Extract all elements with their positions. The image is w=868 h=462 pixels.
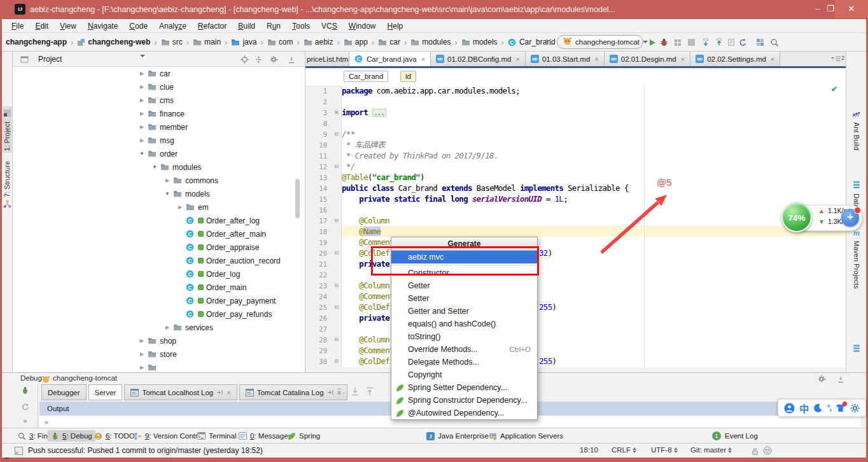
tree-item-services[interactable]: ▶services — [13, 321, 305, 334]
gear-icon[interactable] — [270, 55, 279, 66]
console-settings-icon[interactable] — [336, 387, 345, 398]
code-line-29[interactable]: 29 @Comment( — [305, 345, 846, 356]
tree-item-em[interactable]: ▶em — [13, 200, 305, 214]
debug-tab-Debugger[interactable]: Debugger — [41, 384, 87, 400]
menu-navigate[interactable]: Navigate — [82, 20, 123, 32]
breadcrumb-item-src[interactable]: src — [161, 38, 183, 46]
tree-item-Order_pay_refunds[interactable]: COrder_pay_refunds — [13, 307, 305, 321]
code-line-8[interactable]: 8 — [305, 118, 846, 129]
code-line-15[interactable]: 15 private static final long serialVersi… — [305, 193, 846, 204]
search-everywhere-icon[interactable] — [768, 36, 780, 48]
breadcrumb-item-app[interactable]: app — [344, 38, 368, 46]
net-speed-widget[interactable]: ▲ 1.1K/s ▼ 1.3K/s + 74% — [781, 200, 868, 234]
project-panel-title[interactable]: Project — [38, 55, 62, 64]
breadcrumb-item-com[interactable]: com — [267, 38, 293, 46]
ime-account-icon[interactable] — [784, 403, 795, 414]
tab-close-icon[interactable]: × — [227, 389, 230, 396]
tree-item-Order_main[interactable]: COrder_main — [13, 281, 305, 294]
scroll-down-icon[interactable] — [351, 387, 360, 398]
code-line-9[interactable]: 9⊟/** — [305, 129, 846, 139]
pin-icon[interactable] — [216, 389, 223, 395]
layers-icon[interactable] — [846, 344, 866, 353]
tree-item-partial[interactable]: ▶ — [13, 361, 305, 372]
vcs-update-button[interactable]: VCS — [699, 36, 711, 48]
breadcrumb-item-aebiz[interactable]: aebiz — [304, 38, 333, 46]
menu-analyze[interactable]: Analyze — [153, 20, 192, 32]
code-line-24[interactable]: 24 @Comment( — [305, 291, 846, 302]
coverage-button[interactable] — [671, 36, 683, 48]
collapsed-arrow-icon[interactable]: ▶ — [137, 71, 146, 76]
debug-tab-Server[interactable]: Server — [88, 384, 123, 400]
ime-punctuation-toggle[interactable]: °, — [827, 403, 831, 412]
tree-item-Order_log[interactable]: COrder_log — [13, 267, 305, 281]
tab-close-icon[interactable]: × — [515, 55, 519, 63]
menu-code[interactable]: Code — [123, 20, 153, 32]
status-UTF-8[interactable]: UTF-8 — [651, 446, 678, 454]
scroll-up-icon[interactable] — [365, 387, 374, 398]
grid-icon[interactable] — [754, 36, 766, 48]
code-line-12[interactable]: 12⊟ */ — [305, 161, 846, 172]
fold-marker-icon[interactable]: ⊟ — [331, 131, 342, 137]
stripe-button-Maven Projects[interactable]: mMaven Projects — [846, 227, 866, 289]
hide-panel-icon[interactable] — [837, 374, 844, 386]
menu-help[interactable]: Help — [382, 20, 409, 32]
code-line-17[interactable]: 17⊟ @Column — [305, 215, 846, 226]
locate-icon[interactable] — [241, 55, 249, 66]
tab-close-icon[interactable]: × — [771, 55, 774, 63]
run-button[interactable] — [646, 36, 658, 48]
hector-inspector-icon[interactable] — [763, 446, 772, 458]
breadcrumb-item-modules[interactable]: modules — [410, 38, 451, 46]
code-line-13[interactable]: 13@Table("car_brand") — [305, 172, 846, 183]
tree-item-models[interactable]: ▼models — [13, 187, 305, 200]
stop-button[interactable] — [685, 36, 697, 48]
toolwindow-button-Application Servers[interactable]: Application Servers — [486, 430, 566, 442]
generate-item-Spring Constructor Dependency...[interactable]: Spring Constructor Dependency... — [391, 394, 537, 407]
collapsed-arrow-icon[interactable]: ▶ — [163, 178, 172, 183]
tree-item-clue[interactable]: ▶clue — [13, 80, 305, 94]
code-line-28[interactable]: 28⊟ @Column — [305, 334, 846, 345]
code-line-23[interactable]: 23⊟ @Column — [305, 280, 846, 291]
menu-edit[interactable]: Edit — [29, 20, 54, 32]
code-line-26[interactable]: 26 private S — [305, 312, 846, 323]
editor-tab-01.03.Start.md[interactable]: MD01.03.Start.md× — [526, 52, 605, 66]
tree-item-cms[interactable]: ▶cms — [13, 94, 305, 107]
code-line-2[interactable]: 2 — [305, 96, 846, 107]
generate-item-equals() and hashCode()[interactable]: equals() and hashCode() — [391, 318, 537, 330]
code-line-14[interactable]: 14public class Car_brand extends BaseMod… — [305, 183, 846, 193]
menu-build[interactable]: Build — [232, 20, 261, 32]
close-button[interactable]: ✕ — [835, 0, 868, 18]
tree-item-store[interactable]: ▶store — [13, 347, 305, 361]
toolwindow-button-5: Debug[interactable]: 5: Debug — [48, 430, 95, 442]
pin-icon[interactable] — [327, 389, 334, 395]
menu-vcs[interactable]: VCS — [316, 20, 343, 32]
tab-close-icon[interactable]: × — [681, 55, 685, 63]
generate-item-Getter[interactable]: Getter — [391, 279, 537, 292]
fold-marker-icon[interactable]: ⊟ — [331, 283, 342, 288]
ime-language-toggle[interactable]: 中 — [799, 402, 809, 415]
breadcrumb-item-car[interactable]: car — [378, 38, 400, 46]
code-line-27[interactable]: 27 — [305, 323, 846, 334]
sort-lines-icon[interactable] — [542, 36, 554, 48]
input-method-bar[interactable]: 中 °, — [778, 399, 866, 417]
tree-item-Order_appraise[interactable]: COrder_appraise — [13, 241, 305, 254]
menu-window[interactable]: Window — [343, 20, 382, 32]
debug-tab-Tomcat Catalina Log[interactable]: Tomcat Catalina Log× — [239, 384, 347, 400]
code-line-18[interactable]: 18 @Name — [305, 226, 846, 237]
generate-item-Spring Setter Dependency...[interactable]: Spring Setter Dependency... — [391, 381, 537, 394]
tree-item-car[interactable]: ▶car — [13, 67, 305, 80]
code-line-25[interactable]: 25⊟ @ColDefine( — [305, 302, 846, 312]
menu-view[interactable]: View — [54, 20, 82, 32]
code-line-1[interactable]: 1package com.aebiz.app.car.modules.model… — [305, 85, 846, 96]
tree-item-member[interactable]: ▶member — [13, 120, 305, 134]
debug-button[interactable] — [658, 36, 670, 48]
tree-item-Order_after_log[interactable]: COrder_after_log — [13, 214, 305, 227]
code-line-16[interactable]: 16 — [305, 204, 846, 215]
menu-refactor[interactable]: Refactor — [192, 20, 232, 32]
lock-icon[interactable] — [752, 447, 759, 458]
ime-moon-icon[interactable] — [813, 403, 823, 413]
hide-panel-icon[interactable] — [288, 55, 295, 66]
breadcrumb-item-main[interactable]: main — [193, 38, 221, 46]
code-line-11[interactable]: 11 * Created by ThinkPad on 2017/9/18. — [305, 150, 846, 161]
status-18:10[interactable]: 18:10 — [580, 446, 598, 454]
generate-item-Copyright[interactable]: Copyright — [391, 368, 537, 381]
